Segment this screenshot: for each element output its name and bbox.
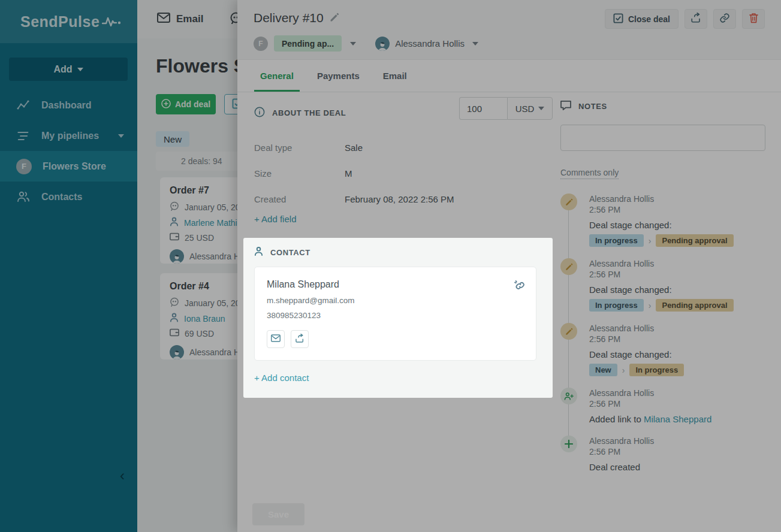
owner-avatar (170, 249, 184, 264)
deal-panel-header: Delivery #10 F Pending ap... Alessandra … (237, 0, 781, 60)
email-icon (157, 13, 170, 26)
sidebar-item-my-pipelines[interactable]: My pipelines (0, 120, 137, 151)
chevron-right-icon (622, 365, 625, 375)
activity-user: Alessandra Hollis (589, 324, 654, 333)
open-contact-button[interactable] (291, 330, 309, 348)
tab-general[interactable]: General (260, 60, 294, 92)
comments-only-link[interactable]: Comments only (560, 168, 619, 179)
activity-time: 2:56 PM (589, 334, 620, 344)
pipeline-title: Flowers S (156, 55, 246, 77)
field-label: Deal type (254, 143, 345, 153)
close-deal-label: Close deal (628, 14, 670, 24)
field-value: February 08, 2022 2:56 PM (345, 194, 454, 204)
field-value: M (345, 168, 352, 179)
sendpulse-logo[interactable]: SendPulse (20, 11, 122, 32)
activity-entry-body: Alessandra Hollis2:56 PM Deal created (589, 436, 654, 472)
deal-main-column: ABOUT THE DEAL USD Deal type Sale Size (254, 101, 536, 398)
sidebar-item-contacts[interactable]: Contacts (0, 182, 137, 212)
deal-card-date: January 05, 202 (185, 202, 245, 212)
edit-pencil-icon[interactable] (330, 11, 339, 25)
sidebar-item-dashboard[interactable]: Dashboard (0, 90, 137, 120)
deal-owner-name: Alessandra Hollis (395, 38, 465, 49)
logo-text: SendPulse (20, 13, 99, 31)
sidebar-add-button[interactable]: Add (9, 58, 128, 81)
tab-payments[interactable]: Payments (317, 60, 360, 92)
activity-time: 2:56 PM (589, 270, 620, 279)
sidebar-item-label: Flowers Store (43, 161, 106, 172)
stage-badge-to: Pending approval (656, 299, 733, 312)
chevron-right-icon (649, 301, 652, 310)
pulse-icon (102, 11, 122, 32)
wallet-icon (170, 232, 179, 243)
close-deal-button[interactable]: Close deal (605, 9, 679, 29)
activity-user: Alessandra Hollis (589, 259, 654, 268)
tab-email[interactable]: Email (383, 60, 407, 92)
deal-card-contact-link[interactable]: Iona Braun (184, 314, 225, 324)
chat-icon (170, 297, 179, 309)
share-icon (690, 13, 701, 25)
chevron-down-icon (472, 42, 478, 46)
notes-bubble-icon (560, 101, 571, 112)
activity-user: Alessandra Hollis (589, 436, 654, 446)
deal-title: Delivery #10 (254, 11, 324, 25)
pipelines-funnel-icon (16, 131, 31, 141)
contact-heading-label: CONTACT (270, 248, 310, 257)
chat-icon (170, 201, 179, 213)
add-button-label: Add (53, 64, 72, 75)
deal-activity-column: NOTES Comments only Alessandra Hollis2:5… (560, 101, 765, 483)
deal-card-amount: 25 USD (185, 233, 214, 243)
save-button[interactable]: Save (252, 503, 304, 525)
deal-amount-input[interactable] (459, 97, 507, 120)
add-contact-link[interactable]: + Add contact (254, 373, 309, 383)
copy-link-button[interactable] (713, 9, 736, 29)
field-row-created: Created February 08, 2022 2:56 PM (254, 194, 536, 204)
notes-input[interactable] (560, 125, 765, 151)
field-value: Sale (345, 143, 363, 153)
about-the-deal-heading: ABOUT THE DEAL (254, 107, 346, 119)
collapse-sidebar-icon[interactable] (120, 467, 134, 482)
field-label: Created (254, 194, 345, 204)
topbar-item-email[interactable]: Email (157, 13, 203, 26)
activity-contact-link[interactable]: Milana Sheppard (644, 414, 711, 424)
dashboard-chart-icon (16, 100, 31, 111)
chevron-down-icon (118, 134, 124, 138)
unlink-contact-icon[interactable] (513, 279, 525, 294)
deal-card-date: January 05, 202 (185, 298, 245, 308)
sidebar: SendPulse Add Dashboard My pipelines (0, 0, 137, 532)
person-icon (254, 246, 263, 258)
activity-time: 2:56 PM (589, 205, 620, 214)
trash-icon (749, 13, 759, 25)
sidebar-item-flowers-store[interactable]: F Flowers Store (0, 151, 137, 182)
deal-owner-dropdown[interactable]: Alessandra Hollis (375, 37, 478, 51)
activity-entry-body: Alessandra Hollis2:56 PM Added link to M… (589, 388, 711, 424)
activity-text-prefix: Added link to (589, 414, 641, 424)
edit-pencil-icon (560, 194, 577, 210)
contact-phone: 380985230123 (267, 311, 524, 320)
currency-value: USD (515, 104, 535, 114)
contact-heading: CONTACT (254, 246, 536, 258)
activity-entry: Alessandra Hollis2:56 PM Deal stage chan… (560, 194, 765, 247)
deal-amount-group: USD (459, 97, 553, 120)
user-plus-icon (560, 388, 577, 404)
stage-column-header[interactable]: New (156, 131, 189, 147)
stage-badge-from: In progress (589, 299, 644, 312)
share-deal-button[interactable] (684, 9, 707, 29)
activity-entry: Alessandra Hollis2:56 PM Added link to M… (560, 388, 765, 424)
sidebar-item-label: My pipelines (41, 131, 99, 141)
stage-change-badges: New In progress (589, 364, 684, 376)
activity-text: Deal created (589, 462, 654, 472)
delete-deal-button[interactable] (742, 9, 765, 29)
edit-pencil-icon (560, 258, 577, 275)
add-deal-button[interactable]: Add deal (156, 94, 216, 114)
stage-change-badges: In progress Pending approval (589, 299, 734, 312)
contact-email: m.sheppard@gmail.com (267, 296, 524, 305)
currency-select[interactable]: USD (507, 97, 553, 120)
contact-card: Milana Sheppard m.sheppard@gmail.com 380… (254, 267, 536, 361)
field-row-size: Size M (254, 168, 536, 179)
send-email-button[interactable] (267, 330, 285, 348)
stage-badge-to: In progress (629, 364, 684, 376)
checkbox-icon (613, 13, 623, 25)
chevron-down-icon[interactable] (350, 42, 356, 46)
add-field-link[interactable]: + Add field (254, 214, 296, 224)
deal-stage-dropdown[interactable]: Pending ap... (274, 35, 342, 52)
